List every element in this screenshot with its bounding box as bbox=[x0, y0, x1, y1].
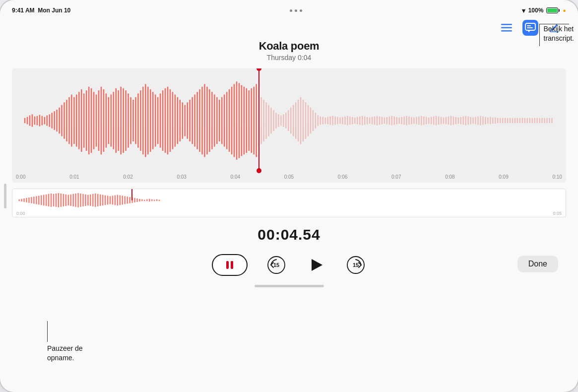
svg-rect-152 bbox=[379, 117, 380, 125]
svg-rect-165 bbox=[411, 117, 412, 125]
svg-rect-172 bbox=[428, 118, 429, 124]
svg-rect-158 bbox=[393, 117, 394, 125]
svg-rect-253 bbox=[92, 194, 93, 206]
svg-rect-260 bbox=[110, 196, 111, 204]
svg-rect-96 bbox=[239, 83, 240, 158]
svg-rect-100 bbox=[249, 90, 250, 151]
svg-rect-237 bbox=[53, 194, 54, 206]
svg-rect-148 bbox=[369, 118, 370, 124]
pause-button[interactable] bbox=[212, 254, 248, 276]
time-tick-5: 0:05 bbox=[284, 174, 294, 183]
svg-rect-176 bbox=[438, 117, 439, 125]
svg-rect-71 bbox=[177, 97, 178, 144]
svg-rect-142 bbox=[354, 118, 355, 124]
svg-rect-208 bbox=[517, 118, 518, 124]
svg-rect-144 bbox=[359, 117, 360, 125]
transcript-button[interactable] bbox=[522, 20, 538, 36]
status-dot-3 bbox=[300, 9, 302, 12]
svg-rect-130 bbox=[324, 118, 325, 124]
svg-rect-204 bbox=[507, 118, 508, 124]
svg-rect-104 bbox=[260, 97, 261, 144]
svg-rect-170 bbox=[423, 117, 424, 125]
svg-rect-11 bbox=[29, 116, 30, 126]
svg-rect-203 bbox=[505, 118, 506, 124]
svg-rect-135 bbox=[337, 117, 338, 125]
svg-rect-35 bbox=[88, 87, 89, 155]
svg-rect-109 bbox=[273, 110, 274, 131]
playhead[interactable] bbox=[258, 68, 259, 171]
svg-rect-225 bbox=[23, 198, 24, 202]
svg-rect-218 bbox=[541, 118, 542, 124]
svg-rect-181 bbox=[450, 116, 451, 126]
svg-rect-114 bbox=[285, 113, 286, 129]
svg-rect-193 bbox=[480, 116, 481, 126]
svg-rect-121 bbox=[303, 100, 304, 141]
done-button[interactable]: Done bbox=[517, 256, 558, 272]
svg-rect-149 bbox=[372, 117, 373, 125]
svg-rect-207 bbox=[514, 118, 515, 124]
svg-rect-91 bbox=[226, 92, 227, 149]
svg-rect-48 bbox=[120, 87, 121, 155]
svg-rect-39 bbox=[98, 90, 99, 151]
svg-rect-64 bbox=[160, 93, 161, 147]
pause-bar-right bbox=[231, 261, 233, 269]
svg-rect-33 bbox=[83, 93, 84, 147]
svg-rect-219 bbox=[544, 118, 545, 124]
svg-rect-134 bbox=[334, 117, 335, 125]
mini-time-axis: 0:00 0:05 bbox=[12, 211, 566, 216]
mini-playhead[interactable] bbox=[131, 189, 132, 200]
svg-rect-53 bbox=[132, 100, 133, 141]
svg-rect-147 bbox=[367, 117, 368, 125]
svg-rect-245 bbox=[72, 194, 73, 206]
time-axis: 0:00 0:01 0:02 0:03 0:04 0:05 0:06 0:07 … bbox=[12, 173, 566, 183]
wifi-percent: 100% bbox=[528, 7, 544, 14]
waveform-main-container[interactable]: 0:00 0:01 0:02 0:03 0:04 0:05 0:06 0:07 … bbox=[12, 68, 566, 183]
svg-rect-56 bbox=[140, 90, 141, 151]
svg-rect-99 bbox=[246, 88, 247, 153]
svg-rect-238 bbox=[56, 194, 57, 207]
battery-percent: ● bbox=[563, 7, 566, 13]
svg-rect-278 bbox=[154, 200, 155, 201]
svg-rect-69 bbox=[172, 92, 173, 149]
svg-rect-267 bbox=[127, 196, 128, 203]
svg-rect-129 bbox=[322, 117, 323, 125]
list-button[interactable] bbox=[499, 20, 514, 36]
skip-forward-button[interactable]: 15 bbox=[345, 254, 367, 276]
time-tick-10: 0:10 bbox=[552, 174, 562, 183]
svg-rect-141 bbox=[352, 117, 353, 125]
svg-rect-236 bbox=[51, 194, 52, 207]
svg-rect-103 bbox=[256, 84, 257, 157]
svg-rect-168 bbox=[418, 117, 419, 125]
timer-display: 00:04.54 bbox=[0, 217, 578, 248]
svg-rect-139 bbox=[347, 116, 348, 126]
svg-rect-151 bbox=[377, 116, 378, 126]
svg-rect-266 bbox=[124, 196, 125, 204]
svg-rect-66 bbox=[165, 88, 166, 153]
svg-rect-87 bbox=[216, 97, 217, 144]
svg-rect-79 bbox=[196, 92, 197, 149]
svg-rect-125 bbox=[313, 110, 314, 131]
svg-rect-226 bbox=[26, 198, 27, 202]
side-handle bbox=[4, 184, 6, 208]
svg-rect-270 bbox=[134, 198, 135, 202]
svg-rect-118 bbox=[295, 102, 296, 139]
play-button[interactable] bbox=[305, 254, 327, 276]
svg-rect-61 bbox=[152, 92, 153, 149]
svg-rect-241 bbox=[63, 194, 64, 206]
status-time: 9:41 AM Mon Jun 10 bbox=[12, 7, 70, 14]
svg-rect-212 bbox=[527, 118, 528, 124]
svg-rect-257 bbox=[102, 195, 103, 206]
svg-rect-47 bbox=[118, 90, 119, 151]
svg-rect-189 bbox=[470, 117, 471, 125]
svg-rect-57 bbox=[142, 87, 143, 155]
svg-rect-247 bbox=[77, 193, 78, 207]
svg-rect-262 bbox=[115, 196, 116, 205]
svg-rect-62 bbox=[155, 95, 156, 147]
waveform-mini-container[interactable]: 0:00 0:05 bbox=[12, 189, 566, 217]
svg-rect-234 bbox=[46, 195, 47, 206]
svg-rect-13 bbox=[34, 117, 35, 125]
svg-rect-60 bbox=[150, 89, 151, 152]
svg-rect-12 bbox=[32, 114, 33, 127]
svg-rect-112 bbox=[280, 116, 281, 126]
skip-back-button[interactable]: 15 bbox=[265, 254, 287, 276]
